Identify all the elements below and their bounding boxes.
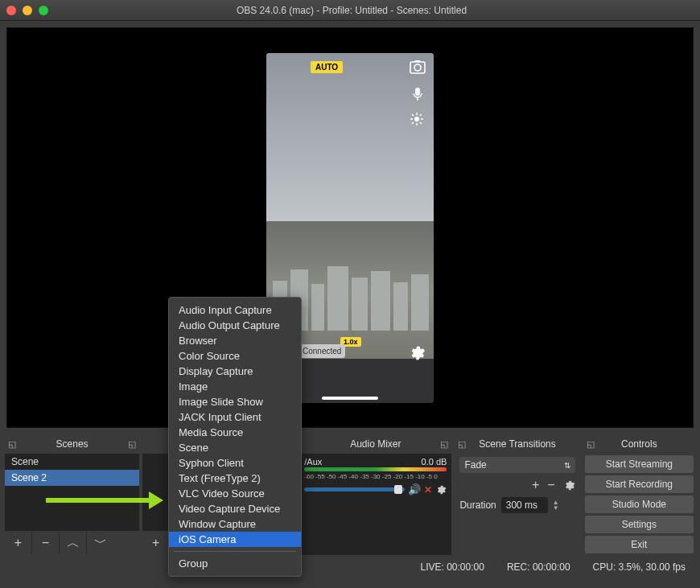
menu-item-jack[interactable]: JACK Input Client bbox=[169, 409, 301, 425]
status-rec: REC: 00:00:00 bbox=[507, 561, 570, 573]
app-window: OBS 24.0.6 (mac) - Profile: Untitled - S… bbox=[0, 0, 700, 588]
remove-scene-button[interactable]: − bbox=[32, 532, 60, 554]
svg-line-9 bbox=[412, 114, 414, 116]
microphone-icon[interactable] bbox=[412, 87, 423, 101]
add-source-button[interactable]: + bbox=[142, 532, 170, 554]
mixer-gear-icon[interactable] bbox=[435, 484, 447, 495]
transitions-title: Scene Transitions bbox=[479, 438, 555, 450]
connected-badge: Connected bbox=[299, 344, 345, 358]
menu-item-color-source[interactable]: Color Source bbox=[169, 348, 301, 364]
svg-rect-0 bbox=[410, 62, 425, 73]
controls-panel: ◱ Controls Start Streaming Start Recordi… bbox=[583, 434, 695, 555]
menu-item-audio-input[interactable]: Audio Input Capture bbox=[169, 302, 301, 318]
transitions-body: Fade ⇅ + − Duration 300 ms ▲▼ bbox=[455, 454, 579, 555]
status-bar: LIVE: 00:00:00 REC: 00:00:00 CPU: 3.5%, … bbox=[0, 558, 700, 576]
transition-select[interactable]: Fade ⇅ bbox=[459, 457, 574, 473]
svg-line-10 bbox=[420, 122, 422, 124]
menu-item-browser[interactable]: Browser bbox=[169, 333, 301, 348]
menu-item-image-slide[interactable]: Image Slide Show bbox=[169, 394, 301, 409]
menu-item-scene[interactable]: Scene bbox=[169, 440, 301, 455]
menu-item-audio-output[interactable]: Audio Output Capture bbox=[169, 318, 301, 333]
svg-rect-2 bbox=[415, 88, 420, 96]
settings-button[interactable]: Settings bbox=[585, 516, 694, 533]
volume-slider[interactable] bbox=[304, 487, 405, 491]
move-scene-down-button[interactable]: ﹀ bbox=[87, 532, 114, 554]
transition-value: Fade bbox=[464, 459, 486, 471]
menu-item-display-capture[interactable]: Display Capture bbox=[169, 364, 301, 379]
titlebar: OBS 24.0.6 (mac) - Profile: Untitled - S… bbox=[0, 0, 700, 21]
audio-meter bbox=[304, 467, 447, 471]
mixer-header: Audio Mixer ◱ bbox=[299, 434, 451, 454]
menu-item-window-capture[interactable]: Window Capture bbox=[169, 516, 301, 532]
controls-header: ◱ Controls bbox=[583, 434, 695, 454]
transitions-header: ◱ Scene Transitions bbox=[455, 434, 579, 454]
add-scene-button[interactable]: + bbox=[5, 532, 32, 554]
brightness-icon[interactable] bbox=[410, 113, 423, 125]
popout-icon[interactable]: ◱ bbox=[458, 439, 466, 450]
duration-input[interactable]: 300 ms bbox=[501, 497, 548, 513]
scenes-toolbar: + − ︿ ﹀ bbox=[5, 531, 139, 555]
svg-point-4 bbox=[414, 117, 419, 121]
popout-icon[interactable]: ◱ bbox=[8, 439, 16, 450]
window-title: OBS 24.0.6 (mac) - Profile: Untitled - S… bbox=[10, 5, 694, 16]
menu-item-ios-camera[interactable]: iOS Camera bbox=[169, 532, 301, 547]
preview-canvas[interactable]: AUTO 1.0x Connected bbox=[6, 27, 694, 428]
add-transition-button[interactable]: + bbox=[532, 478, 539, 492]
flip-camera-icon[interactable] bbox=[410, 60, 426, 74]
db-scale: -60 -55 -50 -45 -40 -35 -30 -25 -20 -15 … bbox=[304, 473, 447, 480]
scenes-title: Scenes bbox=[56, 438, 89, 450]
move-scene-up-button[interactable]: ︿ bbox=[60, 532, 87, 554]
menu-item-group[interactable]: Group bbox=[169, 556, 301, 571]
menu-item-syphon[interactable]: Syphon Client bbox=[169, 455, 301, 471]
speaker-mute-icon[interactable]: 🔊 bbox=[408, 483, 421, 495]
mixer-title: Audio Mixer bbox=[350, 438, 401, 450]
annotation-arrow bbox=[46, 498, 150, 503]
menu-item-vlc[interactable]: VLC Video Source bbox=[169, 486, 301, 501]
popout-icon[interactable]: ◱ bbox=[440, 439, 448, 450]
db-value: 0.0 dB bbox=[422, 457, 447, 467]
home-indicator bbox=[322, 397, 378, 400]
popout-icon[interactable]: ◱ bbox=[587, 439, 595, 450]
status-cpu: CPU: 3.5%, 30.00 fps bbox=[593, 561, 686, 573]
aux-label: /Aux bbox=[304, 457, 322, 467]
menu-item-video-capture[interactable]: Video Capture Device bbox=[169, 501, 301, 516]
exit-button[interactable]: Exit bbox=[585, 536, 694, 553]
scenes-header: ◱ Scenes ◱ bbox=[5, 434, 139, 454]
transitions-panel: ◱ Scene Transitions Fade ⇅ + − Duration bbox=[455, 434, 579, 555]
svg-line-12 bbox=[412, 122, 414, 124]
duration-stepper[interactable]: ▲▼ bbox=[553, 500, 559, 511]
menu-item-media-source[interactable]: Media Source bbox=[169, 425, 301, 440]
remove-transition-button[interactable]: − bbox=[547, 478, 554, 492]
status-live: LIVE: 00:00:00 bbox=[420, 561, 484, 573]
scenes-panel: ◱ Scenes ◱ Scene Scene 2 + − ︿ ﹀ bbox=[5, 434, 139, 555]
start-recording-button[interactable]: Start Recording bbox=[585, 475, 694, 493]
bottom-panels: ◱ Scenes ◱ Scene Scene 2 + − ︿ ﹀ Vid + bbox=[0, 434, 700, 555]
select-arrows-icon: ⇅ bbox=[564, 461, 570, 470]
menu-item-text[interactable]: Text (FreeType 2) bbox=[169, 471, 301, 486]
scene-item-selected[interactable]: Scene 2 bbox=[5, 470, 139, 486]
mute-x-icon[interactable]: ✕ bbox=[424, 484, 432, 495]
transition-settings-button[interactable] bbox=[563, 479, 575, 491]
menu-separator bbox=[174, 551, 296, 552]
auto-badge: AUTO bbox=[311, 61, 343, 73]
controls-body: Start Streaming Start Recording Studio M… bbox=[583, 454, 695, 555]
menu-item-image[interactable]: Image bbox=[169, 379, 301, 394]
phone-settings-icon[interactable] bbox=[408, 344, 426, 362]
scenes-list[interactable]: Scene Scene 2 bbox=[5, 454, 139, 531]
scene-item[interactable]: Scene bbox=[5, 454, 139, 470]
add-source-menu: Audio Input Capture Audio Output Capture… bbox=[168, 297, 302, 577]
svg-point-1 bbox=[414, 64, 421, 71]
audio-mixer-panel: Audio Mixer ◱ /Aux 0.0 dB -60 -55 -50 -4… bbox=[299, 434, 451, 555]
mixer-body: /Aux 0.0 dB -60 -55 -50 -45 -40 -35 -30 … bbox=[299, 454, 451, 555]
popout-icon[interactable]: ◱ bbox=[128, 439, 136, 450]
controls-title: Controls bbox=[621, 438, 657, 450]
studio-mode-button[interactable]: Studio Mode bbox=[585, 495, 694, 513]
start-streaming-button[interactable]: Start Streaming bbox=[585, 455, 694, 473]
duration-label: Duration bbox=[459, 500, 496, 511]
svg-line-11 bbox=[420, 114, 422, 116]
